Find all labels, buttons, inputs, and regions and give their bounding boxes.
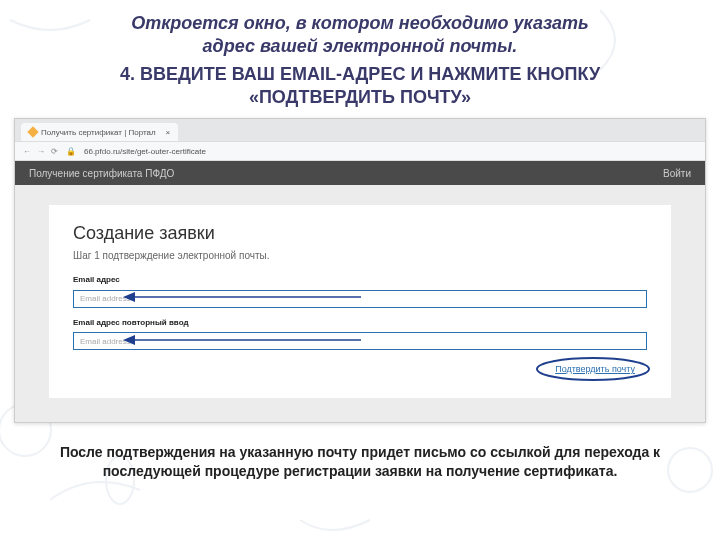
email-input[interactable] xyxy=(73,290,647,308)
outro-text: После подтверждения на указанную почту п… xyxy=(0,423,720,491)
form-title: Создание заявки xyxy=(73,223,647,244)
page-banner: Получение сертификата ПФДО Войти xyxy=(15,161,705,185)
favicon-icon xyxy=(27,126,38,137)
confirm-email-button[interactable]: Подтвердить почту xyxy=(543,360,647,378)
email-repeat-input[interactable] xyxy=(73,332,647,350)
step-title: 4. ВВЕДИТЕ ВАШ EMAIL-АДРЕС И НАЖМИТЕ КНО… xyxy=(0,61,720,118)
browser-window: Получить сертификат | Портал × ← → ⟳ 🔒 6… xyxy=(14,118,706,423)
forward-icon[interactable]: → xyxy=(37,147,45,156)
lock-icon: 🔒 xyxy=(66,147,76,156)
page-body: Создание заявки Шаг 1 подтверждение элек… xyxy=(15,185,705,422)
tab-strip: Получить сертификат | Портал × xyxy=(15,119,705,141)
reload-icon[interactable]: ⟳ xyxy=(51,147,58,156)
tab-title: Получить сертификат | Портал xyxy=(41,128,156,137)
banner-title: Получение сертификата ПФДО xyxy=(29,168,174,179)
login-link[interactable]: Войти xyxy=(663,168,691,179)
form-subtitle: Шаг 1 подтверждение электронной почты. xyxy=(73,250,647,261)
browser-tab[interactable]: Получить сертификат | Портал × xyxy=(21,123,178,141)
close-icon[interactable]: × xyxy=(166,128,171,137)
url-text[interactable]: 66.pfdo.ru/site/get-outer-certificate xyxy=(84,147,206,156)
email-repeat-label: Email адрес повторный ввод xyxy=(73,318,647,327)
intro-text: Откроется окно, в котором необходимо ука… xyxy=(0,0,720,61)
email-label: Email адрес xyxy=(73,275,647,284)
back-icon[interactable]: ← xyxy=(23,147,31,156)
form-card: Создание заявки Шаг 1 подтверждение элек… xyxy=(49,205,671,398)
address-bar: ← → ⟳ 🔒 66.pfdo.ru/site/get-outer-certif… xyxy=(15,141,705,161)
